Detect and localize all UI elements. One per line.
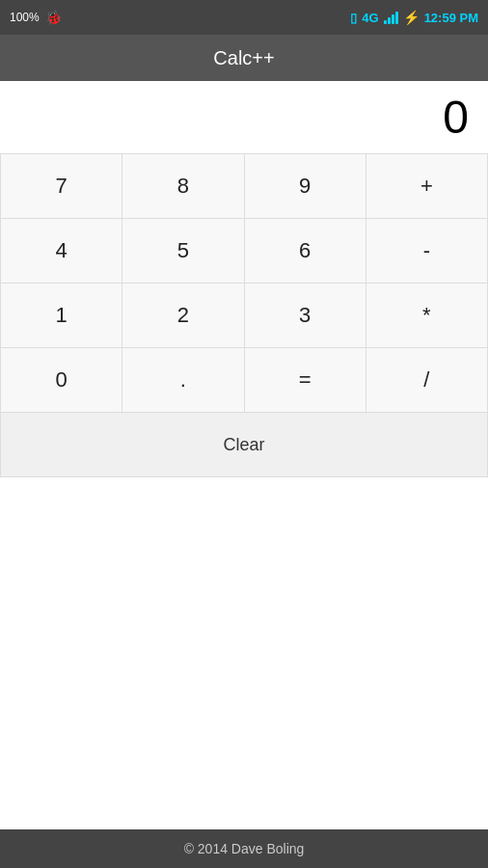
status-right: ▯ 4G ⚡ 12:59 PM [350, 10, 478, 25]
calculator-grid: 7 8 9 + 4 5 6 - 1 2 3 * 0 . = / Clear [0, 153, 488, 477]
footer: © 2014 Dave Boling [0, 829, 488, 868]
btn-multiply[interactable]: * [366, 284, 487, 347]
btn-3[interactable]: 3 [245, 284, 366, 347]
clear-button[interactable]: Clear [1, 413, 487, 476]
copyright-text: © 2014 Dave Boling [184, 841, 305, 856]
signal-bar-1 [384, 20, 387, 24]
display-value: 0 [443, 91, 469, 144]
signal-bar-2 [388, 17, 391, 24]
phone-icon: ▯ [350, 11, 357, 25]
status-bar: 100% 🐞 ▯ 4G ⚡ 12:59 PM [0, 0, 488, 35]
calc-row-1: 7 8 9 + [1, 154, 487, 219]
btn-5[interactable]: 5 [122, 219, 244, 283]
status-left: 100% 🐞 [10, 9, 63, 26]
bug-icon: 🐞 [45, 9, 63, 26]
title-bar: Calc++ [0, 35, 488, 81]
btn-4[interactable]: 4 [1, 219, 122, 283]
clock: 12:59 PM [424, 11, 478, 25]
btn-decimal[interactable]: . [122, 348, 244, 412]
signal-bar-3 [392, 14, 394, 24]
btn-7[interactable]: 7 [1, 154, 122, 218]
signal-bars [384, 11, 398, 24]
calc-row-2: 4 5 6 - [1, 219, 487, 284]
calc-row-4: 0 . = / [1, 348, 487, 413]
calc-row-3: 1 2 3 * [1, 284, 487, 348]
btn-divide[interactable]: / [366, 348, 487, 412]
btn-0[interactable]: 0 [1, 348, 122, 412]
btn-1[interactable]: 1 [1, 284, 122, 347]
btn-9[interactable]: 9 [245, 154, 366, 218]
app-title: Calc++ [213, 47, 274, 69]
battery-icon: ⚡ [403, 10, 420, 25]
main-content [0, 477, 488, 868]
network-type: 4G [362, 11, 378, 25]
btn-equals[interactable]: = [245, 348, 366, 412]
btn-6[interactable]: 6 [245, 219, 366, 283]
btn-plus[interactable]: + [366, 154, 487, 218]
signal-bar-4 [395, 12, 398, 24]
display-area: 0 [0, 81, 488, 153]
btn-minus[interactable]: - [366, 219, 487, 283]
btn-8[interactable]: 8 [122, 154, 244, 218]
btn-2[interactable]: 2 [122, 284, 244, 347]
calc-row-clear: Clear [1, 413, 487, 476]
battery-percent: 100% [10, 11, 40, 24]
